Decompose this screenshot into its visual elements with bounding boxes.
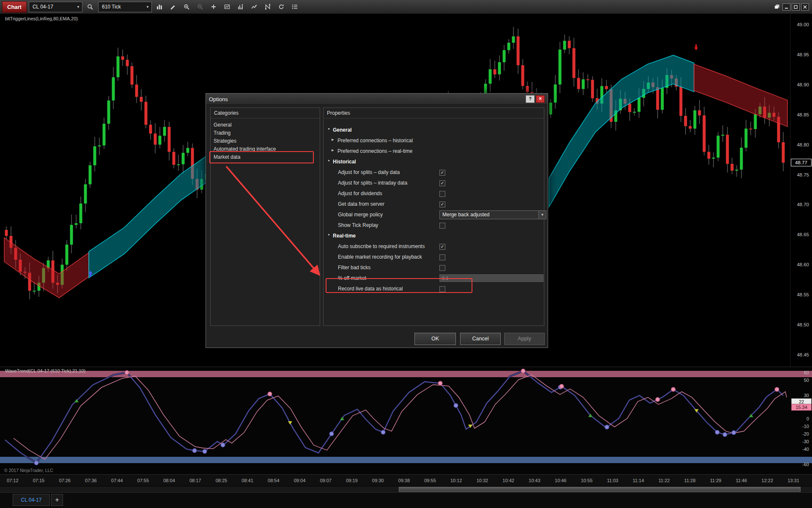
- dialog-title-bar[interactable]: Options ? ×: [206, 94, 548, 105]
- dialog-help-button[interactable]: ?: [526, 95, 535, 103]
- wavetrend-axis-label: -10: [802, 424, 809, 429]
- time-axis-label: 10:43: [529, 478, 540, 483]
- property-row--off-market[interactable]: % off market0.1: [324, 273, 542, 284]
- property-label: Get data from server: [338, 201, 384, 207]
- wt2-line: [14, 375, 787, 459]
- checkbox-unchecked[interactable]: [439, 254, 445, 260]
- wavetrend-axis[interactable]: 22 15.34 6050300-10-20-30-40-60: [790, 367, 812, 475]
- close-button[interactable]: [801, 3, 809, 11]
- property-label: Adjust for dividends: [338, 190, 382, 196]
- chart-window: Chart CL 04-17 ▼ 610 Tick ▼: [0, 0, 812, 508]
- time-axis-label: 13:31: [787, 478, 799, 483]
- checkbox-checked[interactable]: ✓: [439, 180, 445, 186]
- property-row-general[interactable]: ▼General: [324, 125, 542, 135]
- ok-button[interactable]: OK: [414, 333, 456, 345]
- property-label: Adjust for splits – intraday data: [338, 180, 407, 186]
- time-axis-label: 11:03: [607, 478, 618, 483]
- checkbox-unchecked[interactable]: [439, 265, 445, 271]
- wavetrend-panel: WaveTrend(CL 04-17 (610 Tick),21,10) 22 …: [0, 367, 812, 475]
- trough-dot: [203, 449, 207, 453]
- property-row-adjust-for-splits-intraday-data[interactable]: Adjust for splits – intraday data✓: [324, 178, 542, 188]
- peak-dot: [560, 384, 564, 389]
- wavetrend-axis-label: -60: [802, 462, 809, 467]
- price-axis[interactable]: 49.0048.9548.9048.8548.8048.7548.7048.65…: [790, 14, 812, 367]
- checkbox-checked[interactable]: ✓: [439, 170, 445, 176]
- trough-dot: [34, 461, 38, 465]
- wavetrend-indicator-label: WaveTrend(CL 04-17 (610 Tick),21,10): [5, 368, 85, 373]
- minimize-button[interactable]: [782, 3, 790, 11]
- property-row-filter-bad-ticks[interactable]: Filter bad ticks: [324, 262, 542, 273]
- wavetrend-canvas[interactable]: [0, 367, 790, 475]
- category-item-strategies[interactable]: Strategies: [211, 137, 320, 145]
- property-row-real-time[interactable]: ▼Real-time: [324, 231, 542, 241]
- category-item-automated-trading-interface[interactable]: Automated trading interface: [211, 145, 320, 153]
- tree-collapsed-icon[interactable]: ▶: [332, 138, 334, 141]
- property-label: % off market: [338, 275, 366, 281]
- strategies-button[interactable]: [249, 2, 260, 12]
- cancel-button[interactable]: Cancel: [460, 333, 501, 345]
- tree-expanded-icon[interactable]: ▼: [327, 233, 330, 236]
- checkbox-checked[interactable]: ✓: [439, 244, 445, 250]
- checkbox-checked[interactable]: ✓: [439, 202, 445, 207]
- wt1-line: [5, 371, 783, 463]
- peak-dot: [671, 387, 675, 392]
- time-axis-label: 09:30: [372, 478, 384, 483]
- horizontal-scrollbar[interactable]: [0, 486, 812, 493]
- property-row-auto-subscribe-to-required-instruments[interactable]: Auto subscribe to required instruments✓: [324, 241, 542, 252]
- category-item-trading[interactable]: Trading: [211, 129, 320, 137]
- zoom-out-button[interactable]: [195, 2, 206, 12]
- property-row-show-tick-replay[interactable]: Show Tick Replay: [324, 220, 542, 231]
- property-row-historical[interactable]: ▼Historical: [324, 157, 542, 167]
- reload-button[interactable]: [276, 2, 287, 12]
- property-row-global-merge-policy[interactable]: Global merge policyMerge back adjusted▼: [324, 210, 542, 220]
- property-row-preferred-connections-historical[interactable]: ▶Preferred connections – historical: [324, 135, 542, 146]
- category-item-market-data[interactable]: Market data: [211, 153, 320, 161]
- scrollbar-handle[interactable]: [399, 487, 801, 492]
- wavetrend-axis-label: -30: [802, 439, 809, 444]
- pin-window-button[interactable]: [773, 3, 781, 11]
- add-button[interactable]: [208, 2, 219, 12]
- time-axis-label: 11:29: [710, 478, 721, 483]
- drawing-tools-button[interactable]: [167, 2, 179, 12]
- time-axis-label: 07:26: [59, 478, 71, 483]
- chevron-down-icon: ▼: [538, 211, 546, 219]
- instrument-search-button[interactable]: [85, 2, 96, 12]
- checkbox-unchecked[interactable]: [439, 191, 445, 197]
- property-row-enable-market-recording-for-playback[interactable]: Enable market recording for playback: [324, 252, 542, 262]
- chart-style-button[interactable]: [154, 2, 165, 12]
- percent-off-market-input[interactable]: 0.1: [439, 274, 543, 282]
- price-axis-label: 48.90: [797, 82, 809, 87]
- pencil-icon: [170, 4, 176, 10]
- trough-dot: [381, 430, 385, 434]
- tree-expanded-icon[interactable]: ▼: [327, 127, 330, 130]
- checkbox-unchecked[interactable]: [439, 286, 445, 292]
- time-axis-label: 07:12: [7, 478, 19, 483]
- property-row-record-live-data-as-historical[interactable]: Record live data as historical: [324, 284, 542, 294]
- line-tool-button[interactable]: [262, 2, 274, 12]
- property-row-adjust-for-splits-daily-data[interactable]: Adjust for splits – daily data✓: [324, 167, 542, 178]
- property-row-adjust-for-dividends[interactable]: Adjust for dividends: [324, 188, 542, 199]
- tab-cl-04-17[interactable]: CL 04-17: [13, 494, 50, 506]
- instrument-selector[interactable]: CL 04-17 ▼: [29, 2, 82, 12]
- zoom-in-button[interactable]: [181, 2, 192, 12]
- dialog-close-button[interactable]: ×: [536, 95, 545, 103]
- interval-selector[interactable]: 610 Tick ▼: [98, 2, 152, 12]
- wavetrend-lines-group: [5, 371, 787, 463]
- maximize-button[interactable]: [792, 3, 800, 11]
- indicators-button[interactable]: [235, 2, 247, 12]
- checkbox-unchecked[interactable]: [439, 223, 445, 229]
- properties-button[interactable]: [289, 2, 301, 12]
- tree-expanded-icon[interactable]: ▼: [327, 159, 330, 162]
- tree-collapsed-icon[interactable]: ▶: [332, 149, 334, 152]
- strategies-icon: [251, 4, 257, 10]
- property-row-get-data-from-server[interactable]: Get data from server✓: [324, 199, 542, 210]
- property-row-preferred-connections-real-time[interactable]: ▶Preferred connections – real-time: [324, 146, 542, 157]
- add-tab-button[interactable]: +: [51, 494, 63, 506]
- category-item-general[interactable]: General: [211, 121, 320, 129]
- zoom-out-icon: [197, 4, 203, 10]
- time-axis-label: 11:46: [736, 478, 747, 483]
- apply-button[interactable]: Apply: [504, 333, 545, 345]
- global-merge-policy-select[interactable]: Merge back adjusted▼: [439, 210, 546, 219]
- close-icon: [803, 5, 807, 9]
- snapshot-button[interactable]: [222, 2, 233, 12]
